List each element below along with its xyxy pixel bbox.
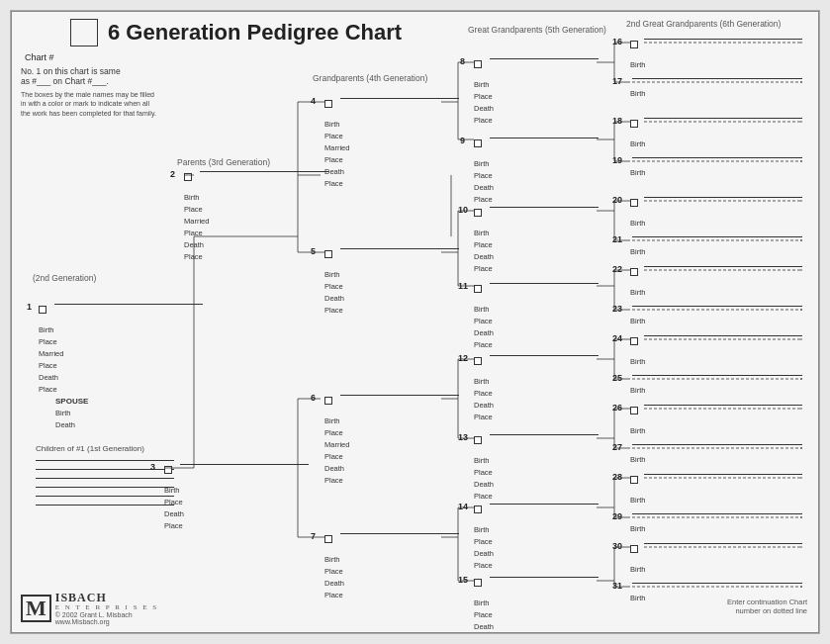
spouse-fields: Birth Death — [55, 408, 88, 431]
person-16: 16 Birth — [630, 39, 645, 71]
person-4-box — [324, 100, 332, 108]
gen6-label: 2nd Great Grandparents (6th Generation) — [626, 19, 781, 29]
person-17: 17 Birth — [630, 78, 645, 100]
person-17-nameline — [632, 78, 802, 79]
person-3-num: 3 — [150, 462, 155, 472]
person-1: 1 Birth Place Married Place Death Place — [39, 304, 63, 396]
continue-text-area: Enter continuation Chart number on dotte… — [727, 598, 807, 615]
person-3-fields: Birth Place Death Place — [164, 485, 184, 532]
person-8-box — [474, 60, 482, 68]
person-26-num: 26 — [612, 403, 622, 413]
logo-text-block: ISBACH E N T E R P R I S E S © 2002 Gran… — [55, 592, 159, 625]
gen4-label: Grandparents (4th Generation) — [313, 73, 427, 83]
person-9-num: 9 — [460, 136, 465, 145]
person-25-num: 25 — [612, 373, 622, 383]
person-6: 6 Birth Place Married Place Death Place — [324, 395, 349, 487]
person-8-nameline — [490, 58, 599, 59]
person-13-fields: Birth Place Death Place — [474, 455, 494, 503]
person-12: 12 Birth Place Death Place — [474, 355, 494, 423]
person-25: 25 Birth — [630, 375, 645, 397]
person-6-nameline — [340, 395, 459, 396]
person-7-box — [324, 535, 332, 543]
person-27: 27 Birth — [630, 444, 645, 466]
person-18-nameline — [644, 118, 802, 119]
person-7-num: 7 — [311, 531, 316, 541]
spouse-block: SPOUSE Birth Death — [55, 397, 88, 431]
person-31-fields: Birth — [630, 593, 645, 604]
person-28-nameline — [644, 474, 802, 475]
person-11-fields: Birth Place Death Place — [474, 304, 494, 351]
person-1-num: 1 — [27, 302, 32, 312]
person-14-nameline — [490, 504, 599, 505]
person-9-fields: Birth Place Death Place — [474, 158, 494, 206]
person-29: 29 Birth — [630, 513, 645, 535]
person-28: 28 Birth — [630, 474, 645, 506]
person-23-num: 23 — [612, 304, 622, 314]
person-29-num: 29 — [612, 511, 622, 521]
person-15-fields: Birth Place Death Place — [474, 598, 494, 634]
person-19: 19 Birth — [630, 157, 645, 179]
logo-isbach: ISBACH — [55, 592, 159, 603]
person-2-nameline — [200, 171, 328, 172]
person-25-nameline — [632, 375, 802, 376]
person-13: 13 Birth Place Death Place — [474, 434, 494, 503]
person-24-nameline — [644, 335, 802, 336]
logo-area: M ISBACH E N T E R P R I S E S © 2002 Gr… — [21, 592, 158, 625]
person-6-num: 6 — [311, 393, 316, 403]
person-9: 9 Birth Place Death Place — [474, 138, 494, 206]
gen2-label: (2nd Generation) — [33, 273, 96, 283]
person-28-num: 28 — [612, 472, 622, 482]
spouse-label: SPOUSE — [55, 397, 88, 406]
person-2-box — [184, 173, 192, 181]
person-26-nameline — [644, 405, 802, 406]
person-4-num: 4 — [311, 96, 316, 106]
person-11-nameline — [490, 283, 599, 284]
person-20: 20 Birth — [630, 197, 645, 230]
person-15-num: 15 — [458, 575, 468, 585]
person-26-box — [630, 407, 638, 414]
person-23: 23 Birth — [630, 306, 645, 327]
person-21: 21 Birth — [630, 236, 645, 258]
person-1-nameline — [54, 304, 203, 305]
person-18-fields: Birth — [630, 138, 645, 150]
person-26-fields: Birth — [630, 425, 645, 437]
chart-number-label: Chart # — [25, 52, 54, 62]
person-20-num: 20 — [612, 195, 622, 205]
person-26: 26 Birth — [630, 405, 645, 437]
person-2-num: 2 — [170, 169, 175, 179]
person-5: 5 Birth Place Death Place — [324, 248, 344, 317]
logo-m-letter: M — [26, 598, 46, 619]
person-28-box — [630, 476, 638, 484]
person-10-fields: Birth Place Death Place — [474, 228, 494, 275]
person-11: 11 Birth Place Death Place — [474, 283, 494, 351]
person-29-fields: Birth — [630, 523, 645, 535]
person-5-nameline — [340, 248, 459, 249]
person-22-num: 22 — [612, 264, 622, 274]
person-11-num: 11 — [458, 281, 468, 291]
person-10-num: 10 — [458, 205, 468, 215]
person-18-num: 18 — [612, 116, 622, 126]
person-5-num: 5 — [311, 246, 316, 256]
person-22-nameline — [644, 266, 802, 267]
person-1-box — [39, 306, 46, 314]
person-27-num: 27 — [612, 442, 622, 452]
chart-title: 6 Generation Pedigree Chart — [108, 20, 402, 46]
person-28-fields: Birth — [630, 495, 645, 506]
person-12-nameline — [490, 355, 599, 356]
logo-url: www.Misbach.org — [55, 618, 159, 625]
person-30-nameline — [644, 543, 802, 544]
person-23-nameline — [632, 306, 802, 307]
person-17-fields: Birth — [630, 88, 645, 100]
children-label: Children of #1 (1st Generation) — [36, 444, 144, 453]
person-8: 8 Birth Place Death Place — [474, 58, 494, 127]
person-24-fields: Birth — [630, 356, 645, 368]
person-16-num: 16 — [612, 37, 622, 46]
person-31-num: 31 — [612, 581, 622, 591]
person-22-fields: Birth — [630, 287, 645, 299]
person-24-num: 24 — [612, 333, 622, 343]
person-9-nameline — [490, 138, 599, 138]
person-21-nameline — [632, 236, 802, 237]
person-15: 15 Birth Place Death Place — [474, 577, 494, 634]
person-16-box — [630, 41, 638, 48]
pedigree-chart: 6 Generation Pedigree Chart Chart # No. … — [10, 10, 820, 634]
